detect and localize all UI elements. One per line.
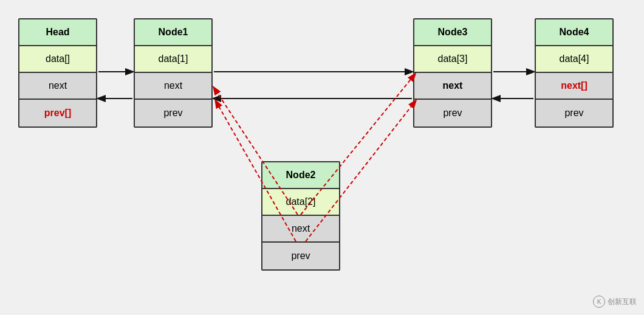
- head-prev: prev[]: [19, 100, 96, 126]
- head-label: Head: [19, 19, 96, 46]
- node-2: Node2 data[2] next prev: [261, 161, 340, 271]
- node3-label: Node3: [414, 19, 491, 46]
- head-data: data[]: [19, 46, 96, 73]
- node-3: Node3 data[3] next prev: [413, 18, 492, 128]
- node4-data: data[4]: [536, 46, 612, 73]
- node1-data: data[1]: [135, 46, 211, 73]
- watermark: K 创新互联: [593, 296, 637, 308]
- node-1: Node1 data[1] next prev: [134, 18, 213, 128]
- node4-prev: prev: [536, 100, 612, 126]
- node1-label: Node1: [135, 19, 211, 46]
- node2-label: Node2: [262, 162, 339, 189]
- node3-next: next: [414, 73, 491, 100]
- node3-prev: prev: [414, 100, 491, 126]
- watermark-text: 创新互联: [608, 297, 637, 307]
- node4-label: Node4: [536, 19, 612, 46]
- head-next: next: [19, 73, 96, 100]
- diagram-container: Head data[] next prev[] Node1 data[1] ne…: [0, 0, 644, 315]
- node1-next: next: [135, 73, 211, 100]
- node2-prev: prev: [262, 243, 339, 269]
- node-head: Head data[] next prev[]: [18, 18, 97, 128]
- watermark-icon: K: [593, 296, 605, 308]
- node-4: Node4 data[4] next[] prev: [535, 18, 614, 128]
- node3-data: data[3]: [414, 46, 491, 73]
- node1-prev: prev: [135, 100, 211, 126]
- node2-data: data[2]: [262, 189, 339, 216]
- node4-next: next[]: [536, 73, 612, 100]
- node2-next: next: [262, 216, 339, 243]
